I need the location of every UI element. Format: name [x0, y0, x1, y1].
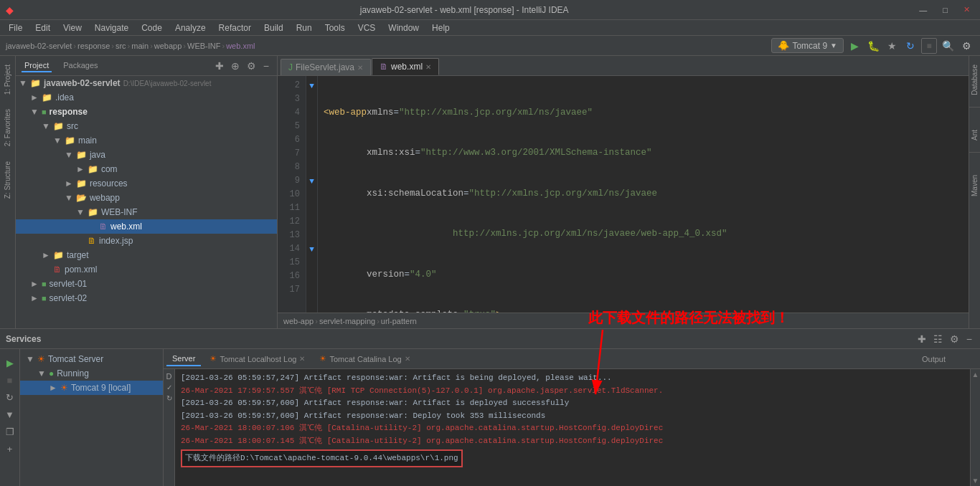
sidebar-tab-packages[interactable]: Packages	[60, 59, 100, 72]
services-add2-btn[interactable]: +	[2, 441, 18, 457]
services-tab-localhost-log[interactable]: ☀ Tomcat Localhost Log ✕	[204, 352, 311, 366]
editor-bc-webapp[interactable]: web-app	[283, 317, 314, 325]
tomcat-dropdown-icon[interactable]: ▼	[830, 42, 837, 49]
project-panel-tab[interactable]: 1: Project	[2, 59, 13, 100]
ln-7: 7	[278, 147, 303, 161]
stop-button[interactable]: ■	[921, 38, 937, 54]
fold-icon-9[interactable]: ▼	[309, 177, 314, 186]
breadcrumb-item-project[interactable]: javaweb-02-servlet	[6, 42, 72, 50]
menu-item-edit[interactable]: Edit	[29, 22, 56, 34]
scroll-up-btn[interactable]: ▲	[972, 371, 979, 378]
tree-item-servlet02[interactable]: ► ■ servlet-02	[16, 291, 277, 305]
services-collapse-btn[interactable]: −	[964, 333, 974, 345]
sidebar-tab-project[interactable]: Project	[22, 59, 52, 72]
run-button[interactable]: ▶	[847, 38, 862, 54]
tree-item-idea[interactable]: ► 📁 .idea	[16, 90, 277, 105]
services-gear-btn[interactable]: ⚙	[948, 333, 961, 345]
localhost-log-close[interactable]: ✕	[299, 355, 305, 363]
tree-item-target[interactable]: ► 📁 target	[16, 248, 277, 262]
fold-icon-14[interactable]: ▼	[309, 245, 314, 254]
breadcrumb-item-webinf[interactable]: WEB-INF	[187, 42, 220, 50]
menu-item-analyze[interactable]: Analyze	[169, 22, 212, 34]
srv-item-tomcat-server[interactable]: ▼ ☀ Tomcat Server	[20, 352, 163, 366]
menu-item-tools[interactable]: Tools	[319, 22, 351, 34]
fileservlet-close-btn[interactable]: ✕	[357, 64, 363, 72]
code-content[interactable]: <web-app xmlns="http://xmlns.jcp.org/xml…	[318, 76, 969, 313]
tree-item-indexjsp[interactable]: 🗎 index.jsp	[16, 234, 277, 248]
fold-icon-2[interactable]: ▼	[309, 82, 314, 90]
search-button[interactable]: 🔍	[940, 38, 956, 54]
sidebar-gear-btn[interactable]: ⚙	[245, 60, 258, 72]
breadcrumb-item-webxml[interactable]: web.xml	[226, 42, 255, 50]
menu-item-code[interactable]: Code	[136, 22, 168, 34]
coverage-button[interactable]: ★	[884, 38, 900, 54]
sidebar-add-btn[interactable]: ✚	[213, 60, 226, 72]
tree-item-response[interactable]: ▼ ■ response	[16, 105, 277, 119]
scroll-down-btn[interactable]: ▼	[972, 477, 979, 485]
sidebar-scroll-btn[interactable]: ⊕	[229, 60, 242, 72]
tree-item-java[interactable]: ▼ 📁 java	[16, 148, 277, 162]
menu-item-run[interactable]: Run	[291, 22, 318, 34]
webxml-close-btn[interactable]: ✕	[425, 63, 431, 71]
tree-item-webinf[interactable]: ▼ 📁 WEB-INF	[16, 205, 277, 219]
run-config-button[interactable]: 🐥 Tomcat 9 ▼	[771, 38, 844, 53]
settings-button[interactable]: ⚙	[958, 38, 974, 54]
services-layout-btn[interactable]: ☷	[931, 333, 945, 345]
gutter-fold-9[interactable]: ▼	[306, 174, 317, 188]
services-stop-btn[interactable]: ■	[2, 372, 18, 388]
menu-item-file[interactable]: File	[3, 22, 28, 34]
services-filter-btn[interactable]: ▼	[2, 406, 18, 422]
breadcrumb-item-webapp[interactable]: webapp	[154, 42, 182, 50]
maven-tab[interactable]: Maven	[969, 169, 980, 202]
menu-item-view[interactable]: View	[57, 22, 88, 34]
gutter-fold-14[interactable]: ▼	[306, 242, 317, 256]
services-tab-server[interactable]: Server	[166, 352, 201, 366]
database-tab[interactable]: Database	[969, 59, 980, 101]
services-tab-catalina-log[interactable]: ☀ Tomcat Catalina Log ✕	[314, 352, 415, 366]
services-run-btn[interactable]: ▶	[2, 355, 18, 371]
tree-item-src[interactable]: ▼ 📁 src	[16, 119, 277, 133]
debug-button[interactable]: 🐛	[865, 38, 881, 54]
update-button[interactable]: ↻	[903, 38, 918, 54]
srv-item-tomcat9[interactable]: ► ☀ Tomcat 9 [local]	[20, 381, 163, 395]
services-restart-btn[interactable]: ↻	[2, 389, 18, 405]
tree-item-webapp[interactable]: ▼ 📂 webapp	[16, 191, 277, 205]
menu-item-vcs[interactable]: VCS	[352, 22, 382, 34]
breadcrumb-item-src[interactable]: src	[116, 42, 126, 50]
menu-item-window[interactable]: Window	[382, 22, 425, 34]
menu-item-navigate[interactable]: Navigate	[89, 22, 134, 34]
menu-item-help[interactable]: Help	[426, 22, 456, 34]
menu-item-build[interactable]: Build	[258, 22, 289, 34]
maximize-button[interactable]: □	[938, 4, 952, 16]
gutter-fold-2[interactable]: ▼	[306, 79, 317, 92]
tree-item-resources[interactable]: ► 📁 resources	[16, 176, 277, 191]
sidebar-collapse-btn[interactable]: −	[261, 60, 271, 72]
catalina-log-close[interactable]: ✕	[405, 355, 410, 363]
favorites-panel-tab[interactable]: 2: Favorites	[2, 103, 13, 152]
editor-bc-servletmapping[interactable]: servlet-mapping	[319, 317, 375, 325]
breadcrumb-item-main[interactable]: main	[131, 42, 149, 50]
java-expand-icon: ▼	[65, 150, 73, 160]
menu-item-refactor[interactable]: Refactor	[213, 22, 257, 34]
minimize-button[interactable]: —	[915, 4, 931, 16]
running-label: Running	[57, 368, 89, 378]
editor-bc-urlpattern[interactable]: url-pattern	[381, 317, 417, 325]
output-strip-reload[interactable]: ↻	[166, 394, 172, 402]
ant-tab[interactable]: Ant	[969, 124, 980, 146]
services-add-btn[interactable]: ✚	[915, 333, 928, 345]
tree-item-webxml[interactable]: 🗎 web.xml	[16, 219, 277, 234]
tree-item-main[interactable]: ▼ 📁 main	[16, 133, 277, 148]
srv-item-running[interactable]: ▼ ● Running	[20, 366, 163, 381]
services-tree-btn[interactable]: ❐	[2, 424, 18, 439]
close-button[interactable]: ✕	[959, 4, 974, 16]
tree-item-servlet01[interactable]: ► ■ servlet-01	[16, 277, 277, 291]
editor-tab-fileservlet[interactable]: J FileServlet.java ✕	[281, 59, 371, 75]
tree-item-root[interactable]: ▼ 📁 javaweb-02-servlet D:\IDEA\javaweb-0…	[16, 76, 277, 90]
tree-item-com[interactable]: ► 📁 com	[16, 162, 277, 176]
editor-tab-webxml[interactable]: 🗎 web.xml ✕	[372, 58, 439, 75]
window-controls[interactable]: — □ ✕	[915, 4, 974, 16]
structure-panel-tab[interactable]: Z: Structure	[2, 156, 13, 204]
output-strip-check[interactable]: ✓	[166, 383, 172, 391]
tree-item-pomxml[interactable]: 🗎 pom.xml	[16, 262, 277, 277]
breadcrumb-item-response[interactable]: response	[77, 42, 110, 50]
